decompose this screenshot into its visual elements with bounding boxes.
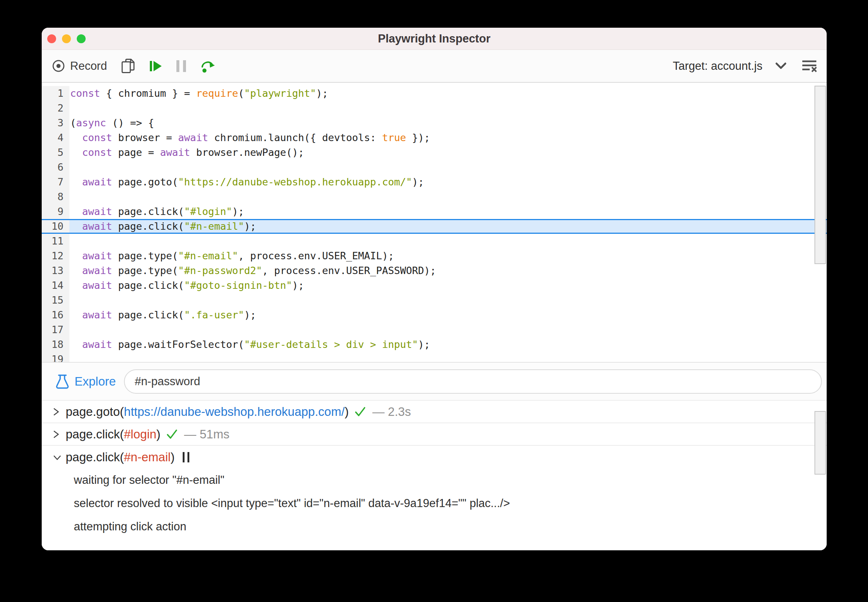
record-icon	[52, 59, 65, 73]
code-text: const { chromium } = require("playwright…	[69, 86, 827, 101]
line-number: 1	[42, 86, 69, 101]
log-entry-details: waiting for selector "#n-email"selector …	[42, 468, 827, 538]
log-scrollbar[interactable]	[814, 411, 826, 475]
line-number: 12	[42, 249, 69, 263]
log-list: page.goto(https://danube-webshop.herokua…	[42, 401, 827, 538]
line-number: 4	[42, 131, 69, 145]
line-number: 14	[42, 278, 69, 293]
code-line: 7 await page.goto("https://danube-websho…	[42, 175, 827, 189]
record-label: Record	[70, 60, 107, 73]
toolbar-right: Target: account.js	[673, 60, 817, 73]
traffic-lights	[47, 34, 86, 43]
code-line: 19	[42, 352, 827, 362]
line-number: 19	[42, 352, 69, 362]
code-line: 18 await page.waitForSelector("#user-det…	[42, 337, 827, 352]
resume-button[interactable]	[149, 60, 162, 73]
chevron-down-icon[interactable]	[775, 62, 787, 70]
copy-button[interactable]	[121, 58, 135, 74]
log-selector: #n-email	[124, 450, 171, 464]
code-line: 11	[42, 234, 827, 249]
code-line: 17	[42, 322, 827, 337]
log-entry[interactable]: page.click(#n-email)	[42, 446, 827, 468]
minimize-window-button[interactable]	[62, 34, 71, 43]
duration-label: — 51ms	[184, 427, 230, 441]
code-text: await page.click("#goto-signin-btn");	[69, 278, 827, 293]
line-number: 10	[42, 219, 69, 234]
code-line: 13 await page.type("#n-password2", proce…	[42, 263, 827, 278]
target-selector-label[interactable]: Target: account.js	[673, 60, 762, 73]
code-text: await page.click("#n-email");	[69, 219, 827, 234]
playwright-inspector-window: Playwright Inspector Record	[42, 28, 827, 550]
paused-icon	[183, 452, 189, 462]
line-number: 16	[42, 308, 69, 322]
line-number: 7	[42, 175, 69, 189]
chevron-right-icon[interactable]	[52, 429, 66, 440]
success-check-icon	[354, 406, 366, 418]
code-text: await page.type("#n-password2", process.…	[69, 263, 827, 278]
record-button[interactable]: Record	[52, 59, 107, 73]
fullscreen-window-button[interactable]	[77, 34, 86, 43]
log-detail-line: attempting click action	[74, 515, 827, 538]
line-number: 17	[42, 322, 69, 337]
code-text: await page.click("#login");	[69, 204, 827, 219]
log-detail-line: waiting for selector "#n-email"	[74, 468, 827, 491]
line-number: 11	[42, 234, 69, 249]
code-text	[69, 189, 827, 204]
titlebar: Playwright Inspector	[42, 28, 827, 50]
copy-icon	[121, 58, 135, 74]
step-over-button[interactable]	[200, 59, 216, 74]
log-entry-text: page.click(#n-email)	[66, 450, 175, 464]
resume-icon	[149, 60, 162, 73]
action-log: page.goto(https://danube-webshop.herokua…	[42, 401, 827, 550]
code-line: 9 await page.click("#login");	[42, 204, 827, 219]
code-text	[69, 101, 827, 115]
code-rows: 1const { chromium } = require("playwrigh…	[42, 83, 827, 362]
log-entry-text: page.goto(https://danube-webshop.herokua…	[66, 405, 349, 419]
explore-bar: Explore	[42, 362, 827, 401]
chevron-right-icon[interactable]	[52, 406, 66, 417]
code-editor: 1const { chromium } = require("playwrigh…	[42, 83, 827, 362]
log-entry[interactable]: page.goto(https://danube-webshop.herokua…	[42, 401, 827, 423]
log-url-link[interactable]: https://danube-webshop.herokuapp.com/	[124, 405, 345, 418]
code-line: 1const { chromium } = require("playwrigh…	[42, 86, 827, 101]
line-number: 3	[42, 115, 69, 131]
code-text	[69, 234, 827, 249]
clear-log-button[interactable]	[802, 60, 817, 72]
code-text	[69, 352, 827, 362]
duration-label: — 2.3s	[372, 405, 411, 419]
code-text	[69, 160, 827, 175]
code-text: await page.waitForSelector("#user-detail…	[69, 337, 827, 352]
code-line: 10 await page.click("#n-email");	[42, 219, 827, 234]
log-selector: #login	[124, 427, 156, 441]
selector-explore-input[interactable]	[124, 369, 822, 394]
code-text: await page.click(".fa-user");	[69, 308, 827, 322]
line-number: 2	[42, 101, 69, 115]
success-check-icon	[166, 428, 178, 440]
code-text	[69, 293, 827, 308]
explore-label[interactable]: Explore	[75, 375, 116, 389]
code-line: 15	[42, 293, 827, 308]
clear-log-icon	[802, 60, 817, 72]
chevron-down-icon[interactable]	[52, 453, 66, 462]
line-number: 15	[42, 293, 69, 308]
step-over-icon	[200, 59, 216, 74]
code-text: await page.type("#n-email", process.env.…	[69, 249, 827, 263]
line-number: 5	[42, 145, 69, 160]
pause-button[interactable]	[176, 60, 186, 72]
code-line: 8	[42, 189, 827, 204]
screen: Playwright Inspector Record	[0, 0, 868, 602]
window-title: Playwright Inspector	[42, 28, 827, 49]
pause-icon	[176, 60, 186, 72]
code-scrollbar[interactable]	[814, 86, 826, 264]
code-line: 2	[42, 101, 827, 115]
log-entry[interactable]: page.click(#login)— 51ms	[42, 423, 827, 446]
code-line: 16 await page.click(".fa-user");	[42, 308, 827, 322]
code-text: const browser = await chromium.launch({ …	[69, 131, 827, 145]
code-line: 5 const page = await browser.newPage();	[42, 145, 827, 160]
code-text: const page = await browser.newPage();	[69, 145, 827, 160]
close-window-button[interactable]	[47, 34, 56, 43]
toolbar: Record	[42, 50, 827, 83]
line-number: 13	[42, 263, 69, 278]
code-line: 6	[42, 160, 827, 175]
code-text: await page.goto("https://danube-webshop.…	[69, 175, 827, 189]
